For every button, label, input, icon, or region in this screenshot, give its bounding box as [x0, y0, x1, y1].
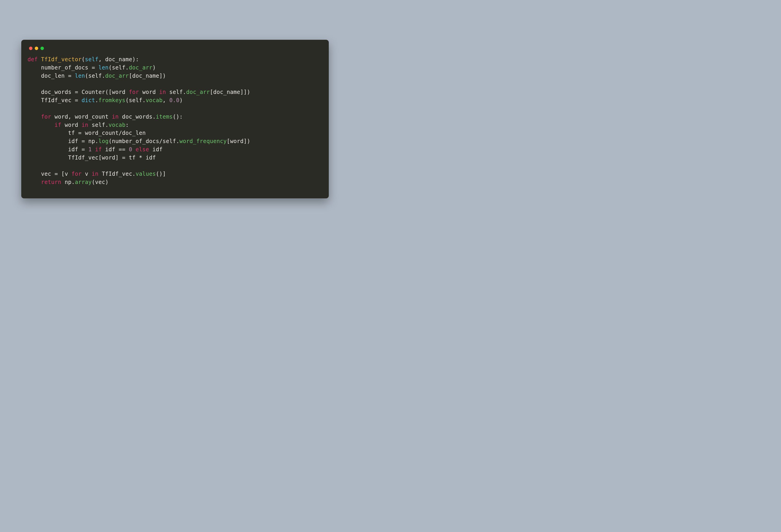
code-token-kw: for [41, 114, 51, 120]
code-token-plain: : [126, 122, 129, 128]
code-token-plain: idf [149, 146, 163, 153]
code-token-call: fromkeys [98, 97, 126, 103]
code-token-plain: , [163, 97, 169, 103]
code-token-plain: ) [153, 64, 156, 71]
code-token-const: 0.0 [169, 97, 179, 103]
code-token-kw: if [55, 122, 61, 128]
code-token-plain: idf == [102, 146, 129, 153]
code-token-plain: word [139, 89, 159, 95]
code-token-plain: tf = word_count/doc_len [28, 130, 146, 136]
code-token-plain: ) [179, 97, 183, 103]
code-token-plain: [word]) [227, 138, 250, 144]
code-token-kw: return [41, 179, 61, 185]
code-token-plain: (): [173, 114, 183, 120]
code-token-plain: TfIdf_vec. [98, 171, 135, 177]
code-token-plain: doc_len = [28, 73, 75, 79]
code-token-builtin: len [98, 64, 109, 71]
code-block: def TfIdf_vector(self, doc_name): number… [28, 55, 322, 186]
code-token-call: doc_arr [186, 89, 210, 95]
code-token-fname: TfIdf_vector [41, 56, 82, 62]
code-token-builtin: dict [82, 97, 95, 103]
code-token-kw: in [92, 171, 98, 177]
code-token-call: items [156, 114, 173, 120]
code-token-kw: in [112, 114, 119, 120]
code-token-const: 0 [129, 146, 132, 153]
code-token-call: vocab [146, 97, 163, 103]
close-icon[interactable] [29, 47, 33, 50]
code-token-plain: , doc_name): [98, 56, 139, 62]
code-token-plain: v [82, 171, 92, 177]
code-token-kw: in [159, 89, 166, 95]
code-token-call: log [98, 138, 109, 144]
code-token-plain: doc_words = Counter([word [28, 89, 129, 95]
code-token-plain: (number_of_docs/self. [109, 138, 179, 144]
code-token-plain: TfIdf_vec = [28, 97, 82, 103]
code-token-plain: number_of_docs = [28, 64, 98, 71]
code-token-plain: ( [82, 56, 85, 62]
code-token-plain: np. [61, 179, 75, 185]
zoom-icon[interactable] [40, 47, 44, 50]
code-token-plain: (self. [109, 64, 129, 71]
code-token-plain: idf = np. [28, 138, 98, 144]
code-token-plain [28, 179, 41, 185]
code-token-kw: if [95, 146, 102, 153]
code-token-kw: in [82, 122, 88, 128]
window-controls [28, 45, 322, 55]
code-token-plain: [doc_name]) [129, 73, 166, 79]
code-token-builtin: self [85, 56, 98, 62]
code-token-plain [28, 114, 41, 120]
code-token-kw: for [71, 171, 81, 177]
code-token-plain: TfIdf_vec[word] = tf * idf [28, 154, 156, 161]
code-token-call: word_frequency [179, 138, 227, 144]
code-token-plain: ()] [156, 171, 166, 177]
code-window: def TfIdf_vector(self, doc_name): number… [21, 40, 329, 198]
code-token-plain [92, 146, 95, 153]
code-token-plain: doc_words. [119, 114, 156, 120]
code-token-plain: [doc_name]]) [210, 89, 250, 95]
code-token-builtin: len [75, 73, 85, 79]
code-token-const: 1 [88, 146, 92, 153]
code-token-kw: for [129, 89, 139, 95]
code-token-kw: def [28, 56, 41, 62]
code-token-plain: (vec) [92, 179, 109, 185]
code-token-plain: . [95, 97, 98, 103]
code-token-plain [132, 146, 135, 153]
code-token-plain [28, 122, 55, 128]
code-token-plain: (self. [126, 97, 146, 103]
code-token-plain: self. [166, 89, 186, 95]
code-token-plain: word, word_count [51, 114, 112, 120]
minimize-icon[interactable] [35, 47, 38, 50]
code-token-plain: word [61, 122, 82, 128]
code-token-plain: idf = [28, 146, 88, 153]
code-token-kw: else [135, 146, 149, 153]
code-token-call: doc_arr [129, 64, 152, 71]
code-token-call: vocab [109, 122, 126, 128]
code-token-call: doc_arr [105, 73, 129, 79]
code-token-call: array [75, 179, 92, 185]
code-token-plain: vec = [v [28, 171, 72, 177]
code-token-plain: self. [88, 122, 109, 128]
code-token-plain: (self. [85, 73, 105, 79]
code-token-call: values [135, 171, 156, 177]
